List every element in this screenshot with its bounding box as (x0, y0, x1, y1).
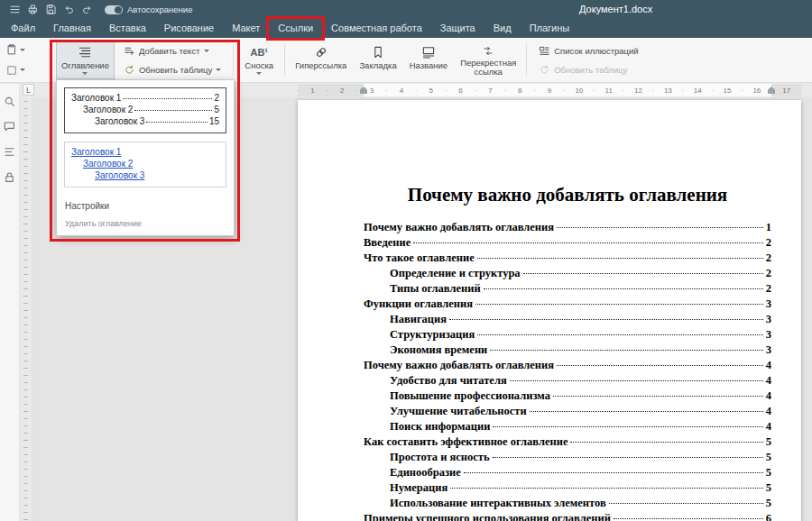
chevron-down-icon (256, 72, 262, 75)
toc-entry-label: Что такое оглавление (364, 251, 475, 265)
toc-entry[interactable]: Навигация 3 (364, 313, 771, 328)
toc-entry-page: 3 (766, 343, 771, 357)
toc-preview-label: Заголовок 3 (95, 116, 144, 126)
undo-icon[interactable] (60, 2, 78, 17)
toc-entry[interactable]: Нумерация 5 (364, 481, 771, 497)
add-text-button[interactable]: Добавить текст (121, 43, 224, 59)
titlebar-row: Автосохранение Документ1.docx (0, 0, 812, 19)
toc-entry[interactable]: Повышение профессионализма 4 (364, 389, 771, 405)
ruler-number: 13 (653, 84, 683, 96)
cross-reference-label: Перекрестная ссылка (460, 59, 516, 77)
toc-entry[interactable]: Структуризация 3 (364, 328, 771, 343)
toc-entry[interactable]: Единообразие 5 (364, 466, 771, 481)
caption-button[interactable]: Название (404, 41, 453, 79)
toc-entry-page: 3 (766, 313, 771, 326)
toc-entry[interactable]: Простота и ясность 5 (364, 451, 771, 466)
toc-style-option-classic[interactable]: Заголовок 1 2 Заголовок 2 5 Заголовок 3 … (64, 87, 226, 133)
toc-field[interactable]: Почему важно добавлять оглавления 1 Введ… (364, 221, 771, 521)
autosave-label: Автосохранение (127, 5, 192, 14)
figures-list-icon (539, 45, 550, 57)
toc-entry-page: 5 (766, 435, 771, 449)
cross-reference-button[interactable]: Перекрестная ссылка (455, 41, 521, 79)
toc-leader-dots (609, 503, 763, 504)
comments-icon[interactable] (3, 120, 17, 134)
figures-index-button[interactable]: Список иллюстраций (536, 43, 641, 59)
toc-entry[interactable]: Функции оглавления 3 (364, 297, 771, 313)
ribbon-tab[interactable]: Вид (484, 19, 521, 38)
update-table-label: Обновить таблицу (139, 65, 212, 75)
toc-icon (77, 45, 93, 59)
ribbon-tab[interactable]: Совместная работа (322, 19, 431, 38)
toc-entry[interactable]: Что такое оглавление 2 (364, 251, 771, 267)
print-icon[interactable] (23, 2, 42, 17)
table-of-contents-button[interactable]: Оглавление (56, 41, 115, 79)
ribbon-tab[interactable]: Защита (431, 19, 484, 38)
toc-settings-item[interactable]: Настройки (64, 196, 226, 212)
document-page[interactable]: Почему важно добавлять оглавления Почему… (298, 100, 801, 521)
toc-entry[interactable]: Использование интерактивных элементов 5 (364, 497, 771, 512)
ribbon-tab[interactable]: Ссылки (269, 19, 322, 38)
ribbon-tab[interactable]: Рисование (155, 19, 223, 38)
vertical-ruler[interactable] (20, 97, 32, 521)
cross-reference-icon (480, 45, 496, 57)
ribbon-tab[interactable]: Файл (2, 19, 44, 38)
toc-entry[interactable]: Примеры успешного использования оглавлен… (364, 512, 771, 521)
toc-preview-link-label: Заголовок 3 (95, 170, 144, 180)
toc-entry[interactable]: Улучшение читабельности 4 (364, 405, 771, 420)
redo-icon[interactable] (78, 2, 96, 17)
caption-icon (420, 45, 437, 59)
ribbon-tabs: ФайлГлавнаяВставкаРисованиеМакетСсылкиСо… (0, 19, 812, 38)
toc-entry-label: Как составить эффективное оглавление (364, 435, 567, 449)
toc-remove-item[interactable]: Удалить оглавление (64, 212, 226, 231)
toc-entry[interactable]: Поиск информации 4 (364, 420, 771, 435)
toolbar-separator (526, 44, 527, 76)
ribbon-tab[interactable]: Макет (223, 19, 269, 38)
bookmark-button[interactable]: Закладка (354, 41, 401, 79)
ribbon-tab[interactable]: Плагины (521, 19, 579, 38)
ruler-number: 6 (446, 84, 475, 96)
ruler-number: 5 (416, 84, 446, 96)
hyperlink-button[interactable]: Гиперссылка (290, 41, 352, 79)
lock-icon[interactable] (3, 170, 17, 185)
footnote-button[interactable]: AB¹ Сноска (238, 41, 280, 79)
autosave-toggle[interactable]: Автосохранение (105, 5, 192, 14)
update-table-button[interactable]: Обновить таблицу (121, 62, 224, 78)
toc-entry-page: 4 (766, 405, 771, 418)
toc-entry[interactable]: Удобство для читателя 4 (364, 374, 771, 389)
toc-entry[interactable]: Почему важно добавлять оглавления 4 (364, 359, 771, 374)
menu-icon[interactable] (5, 2, 23, 17)
document-filename: Документ1.docx (579, 0, 652, 19)
horizontal-ruler[interactable]: 1234567891011121314151617 (298, 84, 801, 96)
navigation-icon[interactable] (3, 145, 17, 160)
toc-leader-dots (490, 350, 762, 351)
toc-leader-dots (530, 411, 763, 412)
save-icon[interactable] (42, 2, 60, 17)
toc-entry-label: Типы оглавлений (390, 282, 481, 296)
toc-entry-page: 2 (766, 282, 771, 296)
ribbon-tab[interactable]: Вставка (100, 19, 155, 38)
ruler-number: 2 (328, 84, 357, 96)
toc-entry-label: Почему важно добавлять оглавления (364, 359, 554, 372)
toc-preview-page: 5 (214, 105, 219, 114)
toc-leader-dots (475, 304, 763, 305)
add-text-icon (124, 45, 135, 57)
toc-preview-row: Заголовок 1 (71, 147, 219, 159)
toc-entry[interactable]: Экономия времени 3 (364, 343, 771, 359)
tab-stop-selector[interactable]: L (23, 84, 34, 96)
toc-entry[interactable]: Определение и структура 2 (364, 267, 771, 282)
toc-leader-dots (449, 319, 763, 320)
select-tool-button[interactable] (2, 64, 29, 77)
bookmark-label: Закладка (359, 61, 396, 70)
toc-entry[interactable]: Почему важно добавлять оглавления 1 (364, 221, 771, 236)
refresh-icon (539, 64, 550, 76)
toc-entry[interactable]: Как составить эффективное оглавление 5 (364, 435, 771, 451)
toc-entry[interactable]: Типы оглавлений 2 (364, 282, 771, 297)
toc-leader-dots (553, 396, 763, 397)
toc-entry[interactable]: Введение 2 (364, 236, 771, 251)
toc-entry-label: Поиск информации (390, 420, 490, 434)
ribbon-tab[interactable]: Главная (44, 19, 100, 38)
toc-preview-leader (123, 98, 212, 99)
paste-style-button[interactable] (2, 43, 29, 56)
search-icon[interactable] (3, 95, 17, 109)
toc-style-option-links[interactable]: Заголовок 1 Заголовок 2 Заголовок 3 (64, 142, 226, 187)
